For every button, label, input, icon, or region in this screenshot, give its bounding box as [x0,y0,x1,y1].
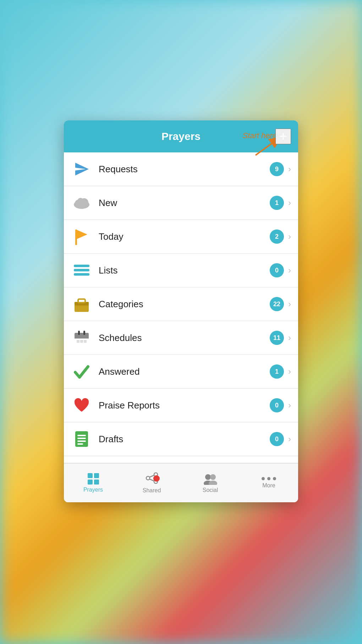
svg-point-6 [77,198,84,204]
tab-social[interactable]: Social [181,464,240,502]
list-item-today[interactable]: Today 2 › [64,220,298,254]
praise-chevron: › [288,400,291,410]
menu-list: Requests 9 › New 1 › [64,152,298,463]
svg-rect-21 [77,340,79,343]
tab-bar: Prayers Shared [64,463,298,502]
new-icon [71,192,92,213]
lists-chevron: › [288,265,291,275]
lines-icon [73,263,90,277]
annotation-overlay: Start here [242,131,277,140]
today-icon [71,226,92,247]
schedules-icon [71,327,92,348]
list-item-requests[interactable]: Requests 9 › [64,152,298,186]
svg-line-32 [150,475,154,477]
dot2 [267,477,270,480]
svg-rect-8 [75,229,77,245]
prayers-tab-icon [88,473,99,485]
new-label: New [99,197,270,209]
svg-point-34 [205,474,211,480]
list-item-schedules[interactable]: Schedules 11 › [64,321,298,355]
requests-icon [71,158,92,180]
header: Prayers Start here + [64,120,298,152]
svg-rect-18 [75,336,89,339]
svg-rect-20 [83,331,85,335]
tab-prayers[interactable]: Prayers [64,464,122,502]
dot3 [273,477,276,480]
drafts-badge: 0 [270,432,284,446]
svg-rect-19 [78,331,80,335]
today-label: Today [99,231,270,242]
svg-point-35 [210,474,216,480]
svg-rect-10 [74,269,89,271]
svg-rect-22 [80,340,83,343]
lists-icon [71,260,92,281]
calendar-icon [73,329,90,346]
answered-label: Answered [99,366,270,377]
praise-icon [71,395,92,416]
sq2 [94,473,99,478]
schedules-label: Schedules [99,332,270,343]
praise-label: Praise Reports [99,400,270,411]
today-badge: 2 [270,229,284,244]
drafts-label: Drafts [99,434,270,445]
heart-icon [73,397,90,413]
cloud-icon [73,196,90,210]
social-tab-label: Social [203,487,218,493]
svg-rect-11 [74,273,89,276]
flag-icon [73,228,90,245]
svg-rect-14 [78,299,85,303]
new-badge: 1 [270,196,284,210]
list-item-lists[interactable]: Lists 0 › [64,254,298,287]
svg-rect-9 [74,265,89,267]
sq3 [88,480,93,485]
svg-marker-2 [75,163,89,175]
sq4 [94,480,99,485]
list-item-praise[interactable]: Praise Reports 0 › [64,389,298,422]
svg-marker-7 [76,229,87,239]
document-icon [74,431,89,448]
categories-badge: 22 [270,297,284,311]
list-item-categories[interactable]: Categories 22 › [64,287,298,321]
praise-badge: 0 [270,398,284,412]
tab-shared[interactable]: Shared [122,464,181,502]
requests-label: Requests [99,164,270,175]
add-button[interactable]: + [275,129,291,144]
start-here-text: Start here [242,131,277,140]
prayers-tab-label: Prayers [83,487,103,493]
list-item-drafts[interactable]: Drafts 0 › [64,422,298,456]
spacer-row [64,456,298,463]
categories-icon [71,293,92,315]
svg-rect-23 [84,340,87,343]
today-chevron: › [288,232,291,242]
list-item-answered[interactable]: Answered 1 › [64,355,298,389]
answered-chevron: › [288,367,291,377]
tab-more[interactable]: More [240,464,298,502]
schedules-chevron: › [288,333,291,343]
drafts-chevron: › [288,434,291,444]
answered-badge: 1 [270,364,284,379]
svg-rect-28 [77,443,83,445]
lists-badge: 0 [270,263,284,277]
schedules-badge: 11 [270,331,284,345]
send-icon [73,161,90,178]
svg-rect-27 [77,440,86,442]
more-icon [262,477,276,480]
requests-badge: 9 [270,162,284,176]
svg-point-29 [146,476,150,480]
header-title: Prayers [161,130,201,142]
dot1 [262,477,265,480]
sq1 [88,473,93,478]
lists-label: Lists [99,265,270,276]
svg-rect-25 [77,435,86,436]
categories-chevron: › [288,299,291,309]
categories-label: Categories [99,299,270,310]
briefcase-icon [73,296,90,313]
shared-tab-label: Shared [143,487,161,494]
new-chevron: › [288,198,291,208]
list-item-new[interactable]: New 1 › [64,186,298,220]
answered-icon [71,361,92,382]
social-icon [203,473,218,485]
shared-tab-icon-wrapper [145,472,159,485]
requests-chevron: › [288,164,291,174]
more-tab-label: More [262,482,275,489]
